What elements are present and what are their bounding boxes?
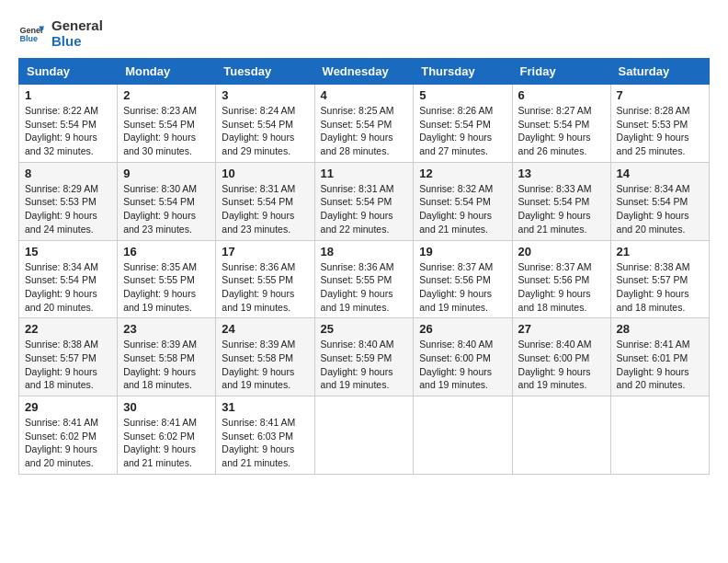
cell-content: Sunrise: 8:31 AMSunset: 5:54 PMDaylight:… bbox=[321, 182, 408, 236]
header-thursday: Thursday bbox=[414, 59, 512, 85]
day-number: 8 bbox=[25, 167, 111, 180]
calendar-table: SundayMondayTuesdayWednesdayThursdayFrid… bbox=[18, 58, 710, 475]
calendar-cell: 29Sunrise: 8:41 AMSunset: 6:02 PMDayligh… bbox=[19, 396, 118, 475]
day-number: 9 bbox=[123, 167, 210, 180]
cell-content: Sunrise: 8:39 AMSunset: 5:58 PMDaylight:… bbox=[123, 338, 210, 392]
day-number: 14 bbox=[617, 167, 703, 180]
calendar-cell: 12Sunrise: 8:32 AMSunset: 5:54 PMDayligh… bbox=[414, 162, 512, 240]
day-number: 22 bbox=[25, 322, 111, 336]
week-row-4: 22Sunrise: 8:38 AMSunset: 5:57 PMDayligh… bbox=[19, 318, 710, 396]
cell-content: Sunrise: 8:38 AMSunset: 5:57 PMDaylight:… bbox=[25, 338, 111, 392]
calendar-cell: 16Sunrise: 8:35 AMSunset: 5:55 PMDayligh… bbox=[118, 240, 216, 318]
day-number: 26 bbox=[419, 322, 506, 336]
logo-general: General bbox=[51, 18, 103, 34]
day-number: 3 bbox=[222, 88, 308, 102]
cell-content: Sunrise: 8:35 AMSunset: 5:55 PMDaylight:… bbox=[123, 260, 210, 315]
cell-content: Sunrise: 8:37 AMSunset: 5:56 PMDaylight:… bbox=[419, 260, 506, 315]
calendar-cell bbox=[314, 396, 414, 475]
cell-content: Sunrise: 8:22 AMSunset: 5:54 PMDaylight:… bbox=[25, 104, 111, 158]
cell-content: Sunrise: 8:32 AMSunset: 5:54 PMDaylight:… bbox=[419, 182, 506, 236]
cell-content: Sunrise: 8:33 AMSunset: 5:54 PMDaylight:… bbox=[518, 182, 605, 236]
calendar-cell bbox=[512, 396, 610, 475]
day-number: 31 bbox=[222, 400, 308, 414]
day-number: 17 bbox=[222, 245, 308, 259]
header-sunday: Sunday bbox=[19, 59, 118, 85]
header-saturday: Saturday bbox=[610, 59, 709, 85]
calendar-cell: 14Sunrise: 8:34 AMSunset: 5:54 PMDayligh… bbox=[610, 162, 709, 240]
day-number: 30 bbox=[123, 400, 210, 414]
day-number: 29 bbox=[25, 400, 111, 414]
header-monday: Monday bbox=[118, 59, 216, 85]
day-number: 4 bbox=[321, 88, 408, 102]
calendar-cell: 6Sunrise: 8:27 AMSunset: 5:54 PMDaylight… bbox=[512, 85, 610, 163]
day-number: 15 bbox=[25, 245, 111, 259]
logo: General Blue General Blue bbox=[18, 18, 103, 49]
cell-content: Sunrise: 8:40 AMSunset: 6:00 PMDaylight:… bbox=[518, 338, 605, 392]
day-number: 1 bbox=[25, 88, 111, 102]
svg-text:Blue: Blue bbox=[19, 34, 38, 43]
calendar-cell: 25Sunrise: 8:40 AMSunset: 5:59 PMDayligh… bbox=[314, 318, 414, 396]
cell-content: Sunrise: 8:29 AMSunset: 5:53 PMDaylight:… bbox=[25, 182, 111, 236]
calendar-cell: 27Sunrise: 8:40 AMSunset: 6:00 PMDayligh… bbox=[512, 318, 610, 396]
calendar-cell: 3Sunrise: 8:24 AMSunset: 5:54 PMDaylight… bbox=[216, 85, 314, 163]
cell-content: Sunrise: 8:34 AMSunset: 5:54 PMDaylight:… bbox=[617, 182, 703, 236]
day-number: 23 bbox=[123, 322, 210, 336]
cell-content: Sunrise: 8:38 AMSunset: 5:57 PMDaylight:… bbox=[617, 260, 703, 315]
logo-icon: General Blue bbox=[18, 21, 44, 47]
cell-content: Sunrise: 8:40 AMSunset: 6:00 PMDaylight:… bbox=[419, 338, 506, 392]
cell-content: Sunrise: 8:39 AMSunset: 5:58 PMDaylight:… bbox=[222, 338, 308, 392]
calendar-cell: 22Sunrise: 8:38 AMSunset: 5:57 PMDayligh… bbox=[19, 318, 118, 396]
cell-content: Sunrise: 8:41 AMSunset: 6:01 PMDaylight:… bbox=[617, 338, 703, 392]
day-number: 7 bbox=[617, 88, 703, 102]
calendar-cell: 13Sunrise: 8:33 AMSunset: 5:54 PMDayligh… bbox=[512, 162, 610, 240]
day-number: 13 bbox=[518, 167, 605, 180]
day-number: 5 bbox=[419, 88, 506, 102]
cell-content: Sunrise: 8:41 AMSunset: 6:02 PMDaylight:… bbox=[123, 416, 210, 470]
calendar-cell: 15Sunrise: 8:34 AMSunset: 5:54 PMDayligh… bbox=[19, 240, 118, 318]
calendar-cell: 28Sunrise: 8:41 AMSunset: 6:01 PMDayligh… bbox=[610, 318, 709, 396]
calendar-cell: 19Sunrise: 8:37 AMSunset: 5:56 PMDayligh… bbox=[414, 240, 512, 318]
cell-content: Sunrise: 8:30 AMSunset: 5:54 PMDaylight:… bbox=[123, 182, 210, 236]
calendar-cell: 31Sunrise: 8:41 AMSunset: 6:03 PMDayligh… bbox=[216, 396, 314, 475]
logo-blue: Blue bbox=[51, 34, 103, 50]
week-row-5: 29Sunrise: 8:41 AMSunset: 6:02 PMDayligh… bbox=[19, 396, 710, 475]
calendar-cell: 20Sunrise: 8:37 AMSunset: 5:56 PMDayligh… bbox=[512, 240, 610, 318]
header-friday: Friday bbox=[512, 59, 610, 85]
header-tuesday: Tuesday bbox=[216, 59, 314, 85]
header-wednesday: Wednesday bbox=[314, 59, 414, 85]
day-number: 11 bbox=[321, 167, 408, 180]
day-number: 10 bbox=[222, 167, 308, 180]
cell-content: Sunrise: 8:34 AMSunset: 5:54 PMDaylight:… bbox=[25, 260, 111, 315]
page-header: General Blue General Blue bbox=[18, 18, 710, 49]
calendar-cell: 2Sunrise: 8:23 AMSunset: 5:54 PMDaylight… bbox=[118, 85, 216, 163]
calendar-cell: 4Sunrise: 8:25 AMSunset: 5:54 PMDaylight… bbox=[314, 85, 414, 163]
calendar-cell: 30Sunrise: 8:41 AMSunset: 6:02 PMDayligh… bbox=[118, 396, 216, 475]
calendar-cell: 17Sunrise: 8:36 AMSunset: 5:55 PMDayligh… bbox=[216, 240, 314, 318]
calendar-cell: 18Sunrise: 8:36 AMSunset: 5:55 PMDayligh… bbox=[314, 240, 414, 318]
week-row-2: 8Sunrise: 8:29 AMSunset: 5:53 PMDaylight… bbox=[19, 162, 710, 240]
cell-content: Sunrise: 8:27 AMSunset: 5:54 PMDaylight:… bbox=[518, 104, 605, 158]
day-number: 19 bbox=[419, 245, 506, 259]
day-number: 6 bbox=[518, 88, 605, 102]
calendar-cell: 7Sunrise: 8:28 AMSunset: 5:53 PMDaylight… bbox=[610, 85, 709, 163]
day-number: 18 bbox=[321, 245, 408, 259]
calendar-cell bbox=[610, 396, 709, 475]
cell-content: Sunrise: 8:40 AMSunset: 5:59 PMDaylight:… bbox=[321, 338, 408, 392]
day-number: 12 bbox=[419, 167, 506, 180]
cell-content: Sunrise: 8:41 AMSunset: 6:03 PMDaylight:… bbox=[222, 416, 308, 470]
day-number: 25 bbox=[321, 322, 408, 336]
header-row: SundayMondayTuesdayWednesdayThursdayFrid… bbox=[19, 59, 710, 85]
week-row-3: 15Sunrise: 8:34 AMSunset: 5:54 PMDayligh… bbox=[19, 240, 710, 318]
week-row-1: 1Sunrise: 8:22 AMSunset: 5:54 PMDaylight… bbox=[19, 85, 710, 163]
day-number: 27 bbox=[518, 322, 605, 336]
calendar-cell: 23Sunrise: 8:39 AMSunset: 5:58 PMDayligh… bbox=[118, 318, 216, 396]
day-number: 24 bbox=[222, 322, 308, 336]
calendar-cell: 11Sunrise: 8:31 AMSunset: 5:54 PMDayligh… bbox=[314, 162, 414, 240]
cell-content: Sunrise: 8:41 AMSunset: 6:02 PMDaylight:… bbox=[25, 416, 111, 470]
calendar-cell: 10Sunrise: 8:31 AMSunset: 5:54 PMDayligh… bbox=[216, 162, 314, 240]
calendar-cell: 24Sunrise: 8:39 AMSunset: 5:58 PMDayligh… bbox=[216, 318, 314, 396]
cell-content: Sunrise: 8:24 AMSunset: 5:54 PMDaylight:… bbox=[222, 104, 308, 158]
day-number: 20 bbox=[518, 245, 605, 259]
calendar-cell: 9Sunrise: 8:30 AMSunset: 5:54 PMDaylight… bbox=[118, 162, 216, 240]
calendar-cell bbox=[414, 396, 512, 475]
